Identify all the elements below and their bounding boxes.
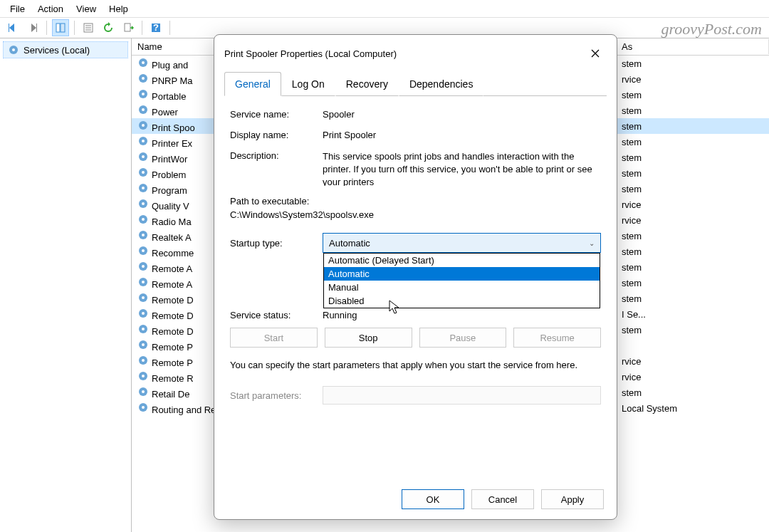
svg-point-16 — [142, 93, 145, 95]
startup-type-combobox[interactable]: Automatic ⌄ Automatic (Delayed Start) Au… — [323, 233, 601, 253]
gear-icon — [137, 57, 149, 68]
resume-button[interactable]: Resume — [513, 328, 601, 348]
startup-dropdown: Automatic (Delayed Start) Automatic Manu… — [323, 253, 600, 308]
tree-pane: Services (Local) — [0, 38, 132, 532]
label-service-name: Service name: — [230, 109, 323, 120]
tab-dependencies[interactable]: Dependencies — [399, 72, 484, 96]
start-params-input — [323, 386, 601, 405]
properties-button[interactable] — [80, 19, 97, 36]
gear-icon — [137, 308, 149, 319]
start-button[interactable]: Start — [230, 328, 318, 348]
value-display-name: Print Spooler — [323, 130, 601, 140]
menu-view[interactable]: View — [70, 2, 102, 16]
menu-file[interactable]: File — [4, 2, 31, 16]
col-header-logon[interactable]: As — [616, 39, 769, 54]
dialog-titlebar: Print Spooler Properties (Local Computer… — [214, 35, 617, 72]
gear-icon — [137, 214, 149, 225]
svg-point-46 — [142, 328, 145, 330]
svg-point-42 — [142, 296, 145, 299]
gear-icon — [137, 182, 149, 194]
tab-strip: General Log On Recovery Dependencies — [214, 72, 617, 96]
svg-text:?: ? — [153, 22, 159, 33]
label-startup: Startup type: — [230, 238, 323, 249]
ok-button[interactable]: OK — [402, 489, 464, 509]
svg-point-34 — [142, 234, 145, 236]
gear-icon — [137, 355, 149, 366]
gear-icon — [137, 261, 149, 272]
gear-icon — [137, 88, 149, 100]
tab-recovery[interactable]: Recovery — [335, 72, 399, 96]
close-button[interactable] — [584, 42, 607, 65]
gear-icon — [137, 276, 149, 288]
gear-icon — [137, 104, 149, 115]
svg-point-40 — [142, 281, 145, 283]
label-status: Service status: — [230, 310, 323, 320]
label-start-params: Start parameters: — [230, 390, 323, 401]
label-path: Path to executable: — [230, 196, 601, 207]
svg-point-52 — [142, 375, 145, 377]
gear-icon — [137, 198, 149, 209]
svg-point-50 — [142, 359, 145, 362]
gear-icon — [137, 370, 149, 382]
gear-icon — [137, 292, 149, 303]
gear-icon — [137, 120, 149, 131]
label-display-name: Display name: — [230, 130, 323, 140]
gear-icon — [137, 167, 149, 178]
svg-point-28 — [142, 187, 145, 189]
svg-point-20 — [142, 124, 145, 127]
back-button[interactable] — [4, 19, 21, 36]
pause-button[interactable]: Pause — [419, 328, 507, 348]
export-button[interactable] — [120, 19, 137, 36]
svg-point-12 — [142, 61, 145, 64]
stop-button[interactable]: Stop — [325, 328, 412, 348]
show-hide-button[interactable] — [52, 19, 69, 36]
svg-point-32 — [142, 218, 145, 221]
label-description: Description: — [230, 150, 323, 186]
dialog-footer: OK Cancel Apply — [402, 489, 604, 509]
value-description: This service spools print jobs and handl… — [323, 150, 601, 186]
close-icon — [590, 48, 600, 58]
refresh-button[interactable] — [100, 19, 117, 36]
svg-point-26 — [142, 171, 145, 174]
gear-icon — [137, 135, 149, 147]
svg-rect-0 — [56, 24, 60, 32]
svg-point-24 — [142, 155, 145, 158]
gear-icon — [137, 229, 149, 241]
help-button[interactable]: ? — [147, 19, 164, 36]
menu-action[interactable]: Action — [32, 2, 69, 16]
gear-icon — [137, 339, 149, 350]
value-status: Running — [323, 310, 357, 320]
svg-point-30 — [142, 202, 145, 205]
tab-general[interactable]: General — [224, 72, 281, 96]
tree-item-label: Services (Local) — [23, 45, 90, 56]
gear-icon — [137, 323, 149, 335]
gear-icon — [137, 386, 149, 397]
gear-icon — [137, 402, 149, 413]
tab-logon[interactable]: Log On — [281, 72, 335, 96]
gear-icon — [137, 151, 149, 162]
svg-point-38 — [142, 265, 145, 268]
option-disabled[interactable]: Disabled — [324, 294, 600, 308]
hint-text: You can specify the start parameters tha… — [230, 359, 601, 372]
option-automatic-delayed[interactable]: Automatic (Delayed Start) — [324, 254, 600, 267]
chevron-down-icon: ⌄ — [589, 239, 595, 247]
value-path: C:\Windows\System32\spoolsv.exe — [230, 209, 601, 220]
dialog-title: Print Spooler Properties (Local Computer… — [224, 48, 397, 59]
forward-button[interactable] — [24, 19, 41, 36]
dialog-body: Service name: Spooler Display name: Prin… — [214, 96, 617, 417]
gear-icon — [8, 44, 19, 56]
svg-point-14 — [142, 77, 145, 80]
menubar: File Action View Help — [0, 0, 769, 17]
svg-point-48 — [142, 343, 145, 346]
menu-help[interactable]: Help — [103, 2, 134, 16]
option-automatic[interactable]: Automatic — [324, 267, 600, 281]
cancel-button[interactable]: Cancel — [471, 489, 534, 509]
combo-value: Automatic — [329, 238, 370, 249]
svg-point-22 — [142, 140, 145, 142]
apply-button[interactable]: Apply — [541, 489, 604, 509]
option-manual[interactable]: Manual — [324, 281, 600, 294]
svg-point-10 — [12, 48, 15, 51]
tree-item-services-local[interactable]: Services (Local) — [3, 41, 128, 58]
svg-point-56 — [142, 406, 145, 409]
svg-point-54 — [142, 390, 145, 393]
